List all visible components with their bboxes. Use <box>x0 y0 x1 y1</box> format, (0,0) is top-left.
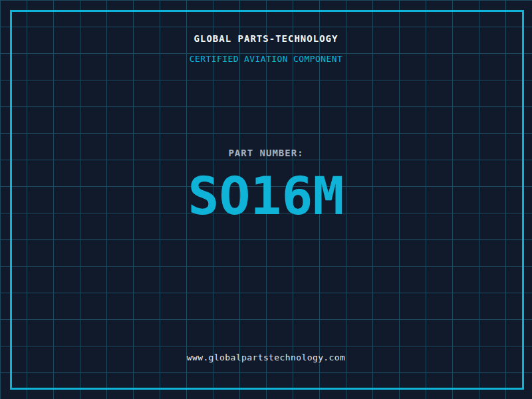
part-number-value: SO16M <box>0 170 532 222</box>
company-name: GLOBAL PARTS-TECHNOLOGY <box>0 33 532 44</box>
website-url: www.globalpartstechnology.com <box>0 352 532 363</box>
certification-subtitle: CERTIFIED AVIATION COMPONENT <box>0 54 532 64</box>
part-number-label: PART NUMBER: <box>0 148 532 158</box>
certificate-placard: GLOBAL PARTS-TECHNOLOGY CERTIFIED AVIATI… <box>0 0 532 399</box>
